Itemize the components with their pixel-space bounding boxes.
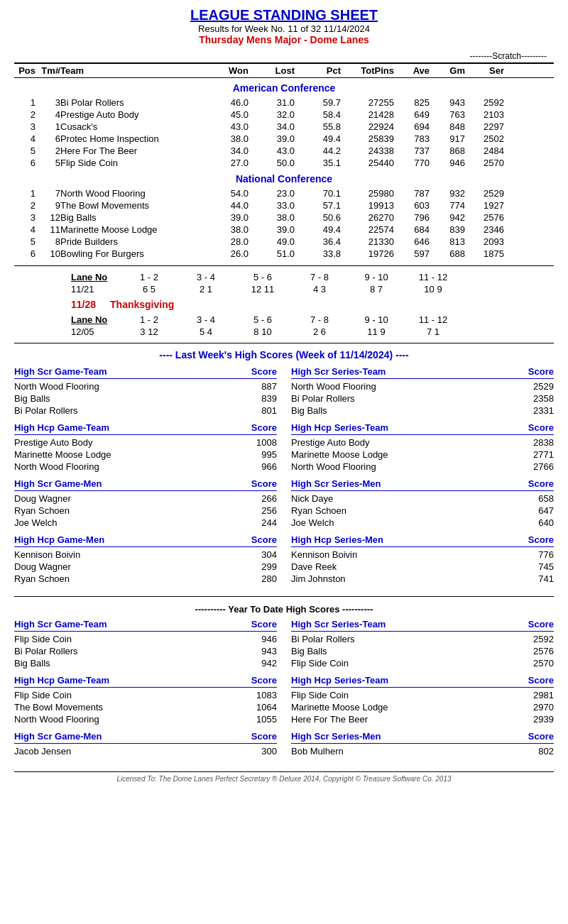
team-ave: 646	[394, 236, 430, 247]
team-lost: 51.0	[248, 248, 295, 259]
team-tm: 9	[36, 200, 60, 211]
team-pos: 3	[14, 212, 36, 223]
score-name: Big Balls	[291, 405, 533, 416]
lane-value: 5 4	[178, 326, 234, 337]
score-row: Flip Side Coin946	[14, 633, 277, 645]
table-row: 1 7 North Wood Flooring 54.0 23.0 70.1 2…	[14, 187, 554, 199]
american-teams-container: 1 3 Bi Polar Rollers 46.0 31.0 59.7 2725…	[14, 97, 554, 169]
score-name: Marinette Moose Lodge	[291, 449, 533, 460]
score-value: 304	[261, 549, 277, 560]
score-row: North Wood Flooring966	[14, 461, 277, 473]
team-ave: 825	[394, 97, 430, 108]
team-totpins: 25440	[341, 158, 394, 168]
score-value: 741	[538, 573, 554, 584]
team-gm: 763	[430, 109, 465, 120]
score-name: Big Balls	[291, 646, 533, 656]
score-value: 1064	[256, 702, 277, 713]
team-ave: 597	[394, 248, 430, 259]
score-row: Kennison Boivin776	[291, 549, 554, 561]
team-pct: 35.1	[295, 158, 341, 168]
table-row: 3 12 Big Balls 39.0 38.0 50.6 26270 796 …	[14, 211, 554, 224]
team-ser: 2502	[465, 133, 504, 144]
section-score-label: Score	[251, 619, 277, 629]
lane-value: 2 1	[178, 284, 234, 295]
score-section: High Scr Series-MenScoreBob Mulhern802	[291, 731, 554, 757]
score-value: 244	[261, 517, 277, 528]
lane-value: 10 9	[405, 284, 462, 295]
section-title-text: High Hcp Game-Team	[14, 675, 251, 686]
score-section-title: High Scr Game-MenScore	[14, 731, 277, 744]
team-name: Prestige Auto Body	[60, 109, 202, 120]
divider-3	[14, 596, 554, 597]
team-lost: 50.0	[248, 158, 295, 168]
section-title-text: High Scr Game-Men	[14, 478, 251, 489]
lane-value: 8 7	[348, 284, 405, 295]
score-name: North Wood Flooring	[291, 381, 533, 392]
score-row: Marinette Moose Lodge2771	[291, 449, 554, 461]
team-ave: 737	[394, 145, 430, 156]
score-section-title: High Scr Series-MenScore	[291, 731, 554, 744]
col-pos: Pos	[14, 65, 36, 76]
score-name: North Wood Flooring	[14, 381, 261, 392]
team-pos: 1	[14, 188, 36, 199]
section-title-text: High Scr Game-Team	[14, 619, 251, 629]
team-pos: 1	[14, 97, 36, 108]
score-row: North Wood Flooring2529	[291, 380, 554, 392]
score-name: Ryan Schoen	[14, 573, 261, 584]
team-pct: 55.8	[295, 121, 341, 132]
score-row: Prestige Auto Body2838	[291, 436, 554, 449]
team-name: Here For The Beer	[60, 145, 202, 156]
section-score-label: Score	[528, 619, 554, 629]
team-won: 39.0	[202, 212, 248, 223]
section-title-text: High Hcp Game-Team	[14, 422, 251, 433]
team-ser: 2484	[465, 145, 504, 156]
score-name: North Wood Flooring	[14, 714, 256, 725]
score-row: Doug Wagner299	[14, 561, 277, 573]
team-pct: 59.7	[295, 97, 341, 108]
score-name: Joe Welch	[14, 517, 261, 528]
thanksgiving-date: 11/28	[71, 299, 96, 310]
team-tm: 3	[36, 97, 60, 108]
section-score-label: Score	[528, 731, 554, 742]
team-ave: 796	[394, 212, 430, 223]
score-row: Bi Polar Rollers943	[14, 645, 277, 657]
table-row: 1 3 Bi Polar Rollers 46.0 31.0 59.7 2725…	[14, 97, 554, 109]
team-gm: 848	[430, 121, 465, 132]
table-row: 5 2 Here For The Beer 34.0 43.0 44.2 243…	[14, 145, 554, 157]
team-totpins: 21330	[341, 236, 394, 247]
lane-value: 11 9	[348, 326, 405, 337]
score-value: 300	[261, 746, 277, 757]
team-gm: 688	[430, 248, 465, 259]
score-name: Bi Polar Rollers	[291, 634, 533, 644]
score-row: Flip Side Coin2981	[291, 689, 554, 701]
score-value: 745	[538, 561, 554, 572]
section-score-label: Score	[251, 478, 277, 489]
score-section: High Hcp Series-TeamScoreFlip Side Coin2…	[291, 675, 554, 725]
score-row: Bi Polar Rollers2358	[291, 392, 554, 405]
score-value: 942	[261, 658, 277, 669]
national-teams-container: 1 7 North Wood Flooring 54.0 23.0 70.1 2…	[14, 187, 554, 260]
score-row: Ryan Schoen256	[14, 505, 277, 517]
score-value: 266	[261, 493, 277, 504]
section-score-label: Score	[251, 422, 277, 433]
team-gm: 813	[430, 236, 465, 247]
team-pct: 49.4	[295, 224, 341, 235]
score-row: Joe Welch244	[14, 517, 277, 529]
score-value: 1083	[256, 690, 277, 700]
section-title-text: High Hcp Series-Team	[291, 675, 528, 686]
score-row: Kennison Boivin304	[14, 549, 277, 561]
col-totpins: TotPins	[341, 65, 394, 76]
team-ave: 694	[394, 121, 430, 132]
lane-date: 12/05	[71, 326, 121, 337]
score-row: Doug Wagner266	[14, 493, 277, 505]
team-totpins: 22924	[341, 121, 394, 132]
score-section: High Scr Series-TeamScoreNorth Wood Floo…	[291, 366, 554, 417]
team-totpins: 26270	[341, 212, 394, 223]
score-value: 943	[261, 646, 277, 656]
score-row: North Wood Flooring887	[14, 380, 277, 392]
score-row: Here For The Beer2939	[291, 713, 554, 725]
score-name: North Wood Flooring	[14, 461, 261, 472]
team-won: 28.0	[202, 236, 248, 247]
lane-value: 6 5	[121, 284, 178, 295]
score-row: Bi Polar Rollers801	[14, 405, 277, 417]
